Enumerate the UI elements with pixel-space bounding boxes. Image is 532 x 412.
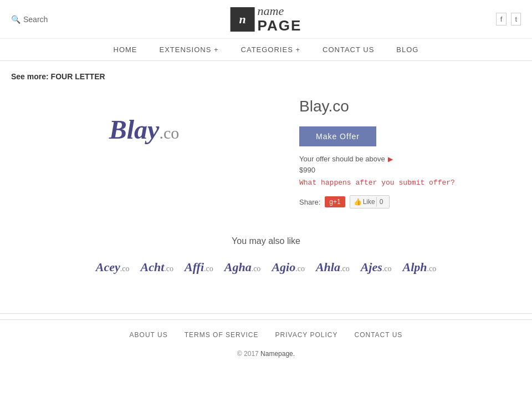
footer-copyright: © 2017 Namepage.: [11, 350, 521, 358]
fb-thumb-icon: 👍: [354, 198, 362, 206]
social-icons: f t: [496, 13, 521, 26]
domain-item-ext: .co: [120, 265, 130, 273]
footer-contact[interactable]: CONTACT US: [354, 331, 402, 339]
nav-extensions[interactable]: EXTENSIONS +: [160, 45, 219, 54]
domain-item-name: Acey: [96, 260, 120, 274]
search-label: Search: [23, 15, 48, 24]
offer-arrow-icon: ▶: [388, 155, 393, 163]
share-label: Share:: [299, 198, 320, 206]
google-plus-button[interactable]: g+1: [325, 196, 345, 207]
nav-contact[interactable]: CONTACT US: [323, 45, 374, 54]
domain-logo-display: Blay.co: [109, 114, 179, 145]
main-content: See more: FOUR LETTER Blay.co Blay.co Ma…: [0, 61, 532, 308]
nav-categories[interactable]: CATEGORIES +: [241, 45, 300, 54]
also-like-section: You may also like Acey.co Acht.co Affi.c…: [11, 236, 521, 274]
footer: ABOUT US TERMS OF SERVICE PRIVACY POLICY…: [0, 319, 532, 369]
logo-icon: n: [231, 7, 255, 32]
domain-title: Blay.co: [299, 98, 521, 115]
list-item[interactable]: Acht.co: [140, 260, 173, 274]
nav-home[interactable]: HOME: [114, 45, 137, 54]
logo-text: name PAGE: [258, 4, 302, 34]
domain-item-ext: .co: [427, 265, 437, 273]
product-image: Blay.co: [11, 92, 277, 167]
list-item[interactable]: Alph.co: [402, 260, 436, 274]
also-like-title: You may also like: [11, 236, 521, 246]
domain-item-ext: .co: [204, 265, 213, 273]
fb-like-text: Like: [363, 198, 375, 206]
list-item[interactable]: Acey.co: [96, 260, 130, 274]
domain-item-name: Agio: [272, 260, 295, 274]
domain-item-ext: .co: [164, 265, 173, 273]
logo[interactable]: n name PAGE: [231, 4, 302, 34]
breadcrumb: See more: FOUR LETTER: [11, 72, 521, 81]
footer-about[interactable]: ABOUT US: [130, 331, 168, 339]
facebook-like-button[interactable]: 👍 Like 0: [350, 195, 390, 208]
make-offer-button[interactable]: Make Offer: [299, 126, 376, 146]
domain-ext-display: .co: [159, 124, 179, 142]
see-more-label: See more:: [11, 72, 49, 81]
share-area: Share: g+1 👍 Like 0: [299, 195, 521, 208]
footer-brand: Namepage.: [260, 350, 295, 358]
domain-item-name: Acht: [140, 260, 164, 274]
list-item[interactable]: Affi.co: [185, 260, 213, 274]
logo-name-top: name: [258, 4, 302, 18]
domain-item-name: Ahla: [316, 260, 340, 274]
offer-price: $990: [299, 166, 521, 174]
domain-name-display: Blay: [109, 115, 160, 144]
offer-info: Your offer should be above ▶: [299, 155, 521, 163]
footer-terms[interactable]: TERMS OF SERVICE: [185, 331, 259, 339]
domain-item-name: Alph: [402, 260, 427, 274]
domain-item-ext: .co: [382, 265, 392, 273]
domain-list: Acey.co Acht.co Affi.co Agha.co Agio.co …: [11, 260, 521, 274]
domain-item-name: Affi: [185, 260, 204, 274]
see-more-value[interactable]: FOUR LETTER: [51, 72, 105, 81]
what-happens-link[interactable]: What happens after you submit offer?: [299, 179, 521, 187]
product-section: Blay.co Blay.co Make Offer Your offer sh…: [11, 92, 521, 208]
fb-count: 0: [376, 197, 386, 207]
footer-privacy[interactable]: PRIVACY POLICY: [275, 331, 338, 339]
domain-item-name: Agha: [224, 260, 252, 274]
list-item[interactable]: Ajes.co: [361, 260, 392, 274]
main-nav: HOME EXTENSIONS + CATEGORIES + CONTACT U…: [0, 39, 532, 61]
product-info: Blay.co Make Offer Your offer should be …: [299, 92, 521, 208]
search-area[interactable]: 🔍 Search: [11, 15, 48, 24]
list-item[interactable]: Agha.co: [224, 260, 261, 274]
twitter-icon[interactable]: t: [511, 13, 521, 26]
offer-info-text: Your offer should be above: [299, 155, 385, 163]
list-item[interactable]: Ahla.co: [316, 260, 350, 274]
header: 🔍 Search n name PAGE f t: [0, 0, 532, 39]
footer-nav: ABOUT US TERMS OF SERVICE PRIVACY POLICY…: [11, 331, 521, 339]
domain-item-ext: .co: [340, 265, 350, 273]
domain-item-ext: .co: [252, 265, 261, 273]
nav-blog[interactable]: BLOG: [396, 45, 418, 54]
facebook-icon[interactable]: f: [496, 13, 507, 26]
domain-item-name: Ajes: [361, 260, 382, 274]
copyright-year: © 2017: [237, 350, 259, 358]
search-icon: 🔍: [11, 15, 21, 24]
logo-name-bottom: PAGE: [258, 18, 302, 34]
list-item[interactable]: Agio.co: [272, 260, 305, 274]
footer-divider: [0, 313, 532, 314]
domain-item-ext: .co: [295, 265, 305, 273]
